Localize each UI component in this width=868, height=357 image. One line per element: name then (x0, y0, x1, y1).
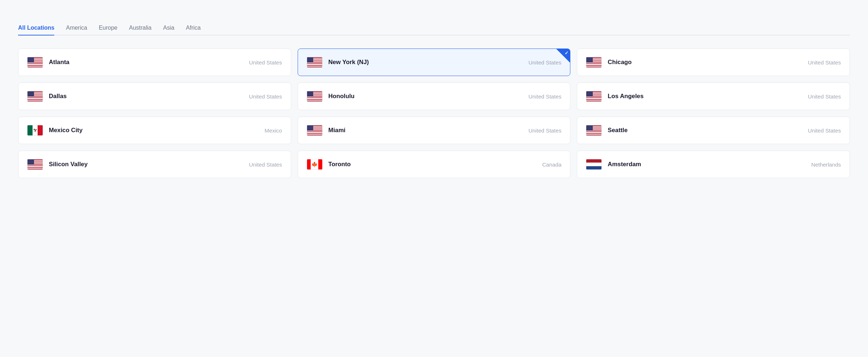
flag-us-icon (307, 57, 323, 68)
flag-us-icon (307, 91, 323, 102)
tab-america[interactable]: America (66, 25, 87, 35)
country-name: Canada (542, 161, 561, 168)
city-name: New York (NJ) (328, 59, 369, 66)
location-card-silicon-valley[interactable]: ✓ (18, 151, 291, 178)
location-card-chicago[interactable]: ✓ (577, 49, 850, 76)
country-name: United States (808, 93, 841, 100)
city-name: Chicago (608, 59, 631, 66)
city-name: Seattle (608, 127, 627, 134)
location-card-mexico-city[interactable]: ✓🦅Mexico CityMexico (18, 117, 291, 144)
locations-grid: ✓ (18, 49, 850, 178)
country-name: United States (808, 127, 841, 134)
flag-us-icon (27, 57, 43, 68)
flag-us-icon (27, 91, 43, 102)
city-info: DallasUnited States (49, 93, 282, 100)
selected-check-icon: ✓ (565, 50, 569, 56)
city-name: Atlanta (49, 59, 69, 66)
city-info: New York (NJ)United States (328, 59, 562, 66)
country-name: United States (528, 93, 561, 100)
country-name: United States (249, 93, 282, 100)
location-card-toronto[interactable]: ✓🍁TorontoCanada (298, 151, 571, 178)
city-name: Mexico City (49, 127, 82, 134)
flag-us-icon (586, 125, 602, 136)
tab-africa[interactable]: Africa (186, 25, 201, 35)
location-card-atlanta[interactable]: ✓ (18, 49, 291, 76)
country-name: United States (249, 161, 282, 168)
flag-mx-icon: 🦅 (27, 125, 43, 136)
tab-europe[interactable]: Europe (99, 25, 118, 35)
flag-us-icon (27, 159, 43, 170)
city-info: Silicon ValleyUnited States (49, 161, 282, 168)
flag-us-icon (586, 91, 602, 102)
city-info: ChicagoUnited States (608, 59, 841, 66)
city-name: Amsterdam (608, 161, 641, 168)
city-info: MiamiUnited States (328, 127, 562, 134)
country-name: United States (808, 59, 841, 66)
city-info: Los AngelesUnited States (608, 93, 841, 100)
location-card-seattle[interactable]: ✓ (577, 117, 850, 144)
tab-australia[interactable]: Australia (129, 25, 152, 35)
location-card-amsterdam[interactable]: ✓AmsterdamNetherlands (577, 151, 850, 178)
tab-nav: All LocationsAmericaEuropeAustraliaAsiaA… (18, 25, 850, 35)
tab-all[interactable]: All Locations (18, 25, 54, 35)
city-name: Miami (328, 127, 346, 134)
tab-asia[interactable]: Asia (163, 25, 174, 35)
country-name: United States (249, 59, 282, 66)
location-card-dallas[interactable]: ✓ (18, 83, 291, 110)
location-card-los-angeles[interactable]: ✓ (577, 83, 850, 110)
city-info: AtlantaUnited States (49, 59, 282, 66)
city-name: Toronto (328, 161, 351, 168)
country-name: United States (528, 127, 561, 134)
flag-nl-icon (586, 159, 602, 170)
country-name: United States (528, 59, 561, 66)
city-info: AmsterdamNetherlands (608, 161, 841, 168)
city-info: TorontoCanada (328, 161, 562, 168)
city-name: Dallas (49, 93, 67, 100)
city-info: Mexico CityMexico (49, 127, 282, 134)
city-info: SeattleUnited States (608, 127, 841, 134)
city-info: HonoluluUnited States (328, 93, 562, 100)
country-name: Netherlands (811, 161, 841, 168)
city-name: Honolulu (328, 93, 355, 100)
location-card-miami[interactable]: ✓ (298, 117, 571, 144)
flag-us-icon (307, 125, 323, 136)
location-card-honolulu[interactable]: ✓ (298, 83, 571, 110)
country-name: Mexico (265, 127, 282, 134)
city-name: Silicon Valley (49, 161, 88, 168)
flag-ca-icon: 🍁 (307, 159, 323, 170)
location-card-new-york[interactable]: ✓ (298, 49, 571, 76)
city-name: Los Angeles (608, 93, 643, 100)
flag-us-icon (586, 57, 602, 68)
